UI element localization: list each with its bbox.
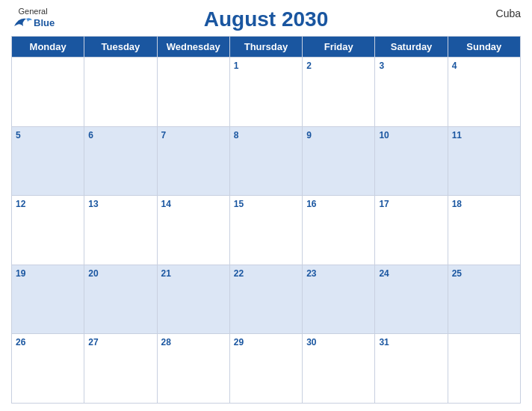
day-number: 12: [16, 199, 25, 209]
calendar-day-cell: [84, 58, 157, 127]
day-number: 14: [161, 199, 171, 209]
weekday-header: Tuesday: [84, 37, 157, 58]
calendar-day-cell: 21: [157, 265, 229, 334]
calendar-day-cell: 6: [84, 126, 157, 196]
day-number: 19: [16, 268, 25, 279]
weekday-header: Friday: [303, 37, 375, 58]
day-number: 13: [88, 199, 98, 209]
calendar-day-cell: 5: [12, 126, 84, 196]
day-number: 7: [161, 130, 167, 140]
calendar-day-cell: 7: [157, 126, 229, 196]
day-number: 25: [452, 268, 462, 279]
country-label: Cuba: [496, 7, 521, 19]
day-number: 29: [234, 337, 244, 347]
day-number: 6: [88, 130, 93, 140]
calendar-week-row: 262728293031: [12, 334, 521, 404]
calendar-header: General Blue August 2030 Cuba: [11, 7, 521, 31]
calendar-day-cell: 25: [448, 265, 520, 334]
calendar-day-cell: 17: [375, 196, 448, 265]
month-title: August 2030: [204, 7, 329, 31]
calendar-day-cell: 8: [229, 126, 302, 196]
day-number: 23: [306, 268, 316, 279]
day-number: 24: [379, 268, 389, 279]
calendar-day-cell: 11: [448, 126, 520, 196]
day-number: 4: [452, 61, 457, 71]
calendar-day-cell: 15: [229, 196, 302, 265]
calendar-day-cell: 12: [12, 196, 84, 265]
calendar-day-cell: [448, 334, 520, 404]
day-number: 21: [161, 268, 171, 279]
day-number: 20: [88, 268, 98, 279]
calendar-week-row: 1234: [12, 58, 521, 127]
day-number: 27: [88, 337, 98, 347]
weekday-header: Thursday: [229, 37, 302, 58]
day-number: 1: [234, 61, 239, 71]
day-number: 31: [379, 337, 389, 347]
day-number: 10: [379, 130, 389, 140]
day-number: 18: [452, 199, 462, 209]
calendar-day-cell: 9: [303, 126, 375, 196]
calendar-day-cell: 20: [84, 265, 157, 334]
calendar-day-cell: 14: [157, 196, 229, 265]
day-number: 22: [234, 268, 244, 279]
day-number: 30: [306, 337, 316, 347]
calendar-day-cell: 24: [375, 265, 448, 334]
weekday-header: Sunday: [448, 37, 520, 58]
calendar-day-cell: 1: [229, 58, 302, 127]
day-number: 15: [234, 199, 244, 209]
calendar-day-cell: 4: [448, 58, 520, 127]
calendar-day-cell: 22: [229, 265, 302, 334]
day-number: 3: [379, 61, 384, 71]
calendar-day-cell: 29: [229, 334, 302, 404]
logo: General Blue: [11, 7, 55, 29]
calendar-day-cell: 30: [303, 334, 375, 404]
weekday-header: Wednesday: [157, 37, 229, 58]
weekday-header: Monday: [12, 37, 84, 58]
calendar-day-cell: 10: [375, 126, 448, 196]
logo-general-text: General: [19, 7, 48, 16]
calendar-day-cell: 26: [12, 334, 84, 404]
weekday-header: Saturday: [375, 37, 448, 58]
day-number: 9: [306, 130, 312, 140]
calendar-week-row: 19202122232425: [12, 265, 521, 334]
calendar-day-cell: 23: [303, 265, 375, 334]
calendar-day-cell: 3: [375, 58, 448, 127]
calendar-day-cell: 27: [84, 334, 157, 404]
day-number: 8: [234, 130, 239, 140]
calendar-day-cell: 19: [12, 265, 84, 334]
calendar-table: MondayTuesdayWednesdayThursdayFridaySatu…: [11, 36, 521, 404]
logo-blue-text: Blue: [34, 18, 55, 28]
calendar-day-cell: [12, 58, 84, 127]
day-number: 11: [452, 130, 462, 140]
calendar-day-cell: 18: [448, 196, 520, 265]
day-number: 2: [306, 61, 312, 71]
calendar-day-cell: 16: [303, 196, 375, 265]
weekday-header-row: MondayTuesdayWednesdayThursdayFridaySatu…: [12, 37, 521, 58]
calendar-day-cell: 2: [303, 58, 375, 127]
calendar-day-cell: 31: [375, 334, 448, 404]
calendar-day-cell: 13: [84, 196, 157, 265]
logo-bird-icon: [11, 16, 32, 29]
calendar-week-row: 12131415161718: [12, 196, 521, 265]
calendar-day-cell: 28: [157, 334, 229, 404]
day-number: 5: [16, 130, 21, 140]
calendar-week-row: 567891011: [12, 126, 521, 196]
day-number: 16: [306, 199, 316, 209]
calendar-day-cell: [157, 58, 229, 127]
day-number: 28: [161, 337, 171, 347]
day-number: 26: [16, 337, 25, 347]
day-number: 17: [379, 199, 389, 209]
